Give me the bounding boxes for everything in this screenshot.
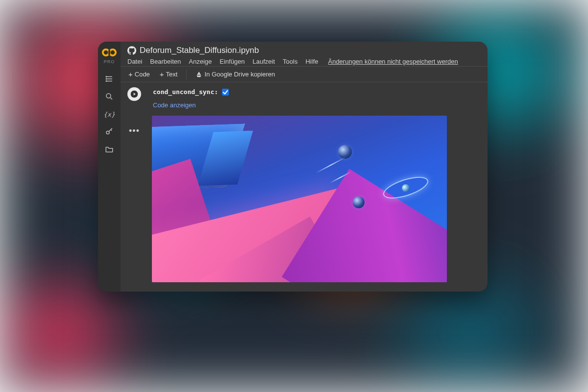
add-text-button[interactable]: +Text <box>156 69 182 80</box>
svg-point-8 <box>106 81 107 82</box>
svg-point-11 <box>106 131 109 134</box>
svg-line-10 <box>110 98 112 99</box>
form-param-row: cond_uncond_sync: <box>152 85 479 100</box>
notebook-header: Deforum_Stable_Diffusion.ipynb Datei Bea… <box>121 42 488 66</box>
save-disabled-warning[interactable]: Änderungen können nicht gespeichert werd… <box>328 58 458 65</box>
colab-logo-icon <box>102 47 117 58</box>
menu-bar: Datei Bearbeiten Anzeige Einfügen Laufze… <box>127 58 481 65</box>
menu-tools[interactable]: Tools <box>283 58 297 65</box>
google-drive-icon <box>196 71 202 78</box>
copy-to-drive-button[interactable]: In Google Drive kopieren <box>192 69 279 80</box>
add-code-label: Code <box>135 71 150 78</box>
show-code-link[interactable]: Code anzeigen <box>152 100 479 116</box>
variables-icon[interactable]: {x} <box>98 105 121 123</box>
cell-output-image <box>152 116 447 282</box>
menu-view[interactable]: Anzeige <box>189 58 212 65</box>
menu-help[interactable]: Hilfe <box>305 58 318 65</box>
search-icon[interactable] <box>98 88 121 105</box>
plus-icon: + <box>160 71 164 77</box>
left-sidebar: PRO {x} <box>98 42 121 292</box>
param-label: cond_uncond_sync: <box>153 88 218 96</box>
cell-more-icon[interactable]: ••• <box>129 128 140 133</box>
svg-point-1 <box>110 49 116 56</box>
cell-gutter: ••• <box>121 82 148 292</box>
toolbar-divider <box>186 69 187 80</box>
copy-to-drive-label: In Google Drive kopieren <box>204 71 275 78</box>
menu-insert[interactable]: Einfügen <box>220 58 245 65</box>
plus-icon: + <box>128 71 133 77</box>
main-area: Deforum_Stable_Diffusion.ipynb Datei Bea… <box>121 42 488 292</box>
svg-rect-2 <box>108 50 110 55</box>
svg-point-7 <box>106 78 107 79</box>
secrets-key-icon[interactable] <box>98 123 121 141</box>
svg-point-6 <box>106 76 107 77</box>
files-folder-icon[interactable] <box>98 141 121 158</box>
add-text-label: Text <box>166 71 178 78</box>
menu-file[interactable]: Datei <box>127 58 142 65</box>
cell-body: cond_uncond_sync: Code anzeigen <box>148 82 488 292</box>
menu-runtime[interactable]: Laufzeit <box>253 58 275 65</box>
document-title[interactable]: Deforum_Stable_Diffusion.ipynb <box>140 46 259 55</box>
add-code-button[interactable]: +Code <box>124 69 154 80</box>
action-toolbar: +Code +Text In Google Drive kopieren <box>121 66 488 82</box>
param-checkbox[interactable] <box>222 89 229 96</box>
run-cell-button[interactable] <box>127 87 141 101</box>
toc-icon[interactable] <box>98 70 121 88</box>
svg-point-0 <box>103 49 109 56</box>
menu-edit[interactable]: Bearbeiten <box>150 58 181 65</box>
colab-window: PRO {x} Deforum_Stable_Diffusion.ipynb D… <box>98 42 488 292</box>
github-icon <box>127 46 136 55</box>
svg-point-9 <box>106 94 111 98</box>
pro-badge: PRO <box>104 59 115 64</box>
notebook-content: ••• cond_uncond_sync: Code anzeigen <box>121 82 488 292</box>
